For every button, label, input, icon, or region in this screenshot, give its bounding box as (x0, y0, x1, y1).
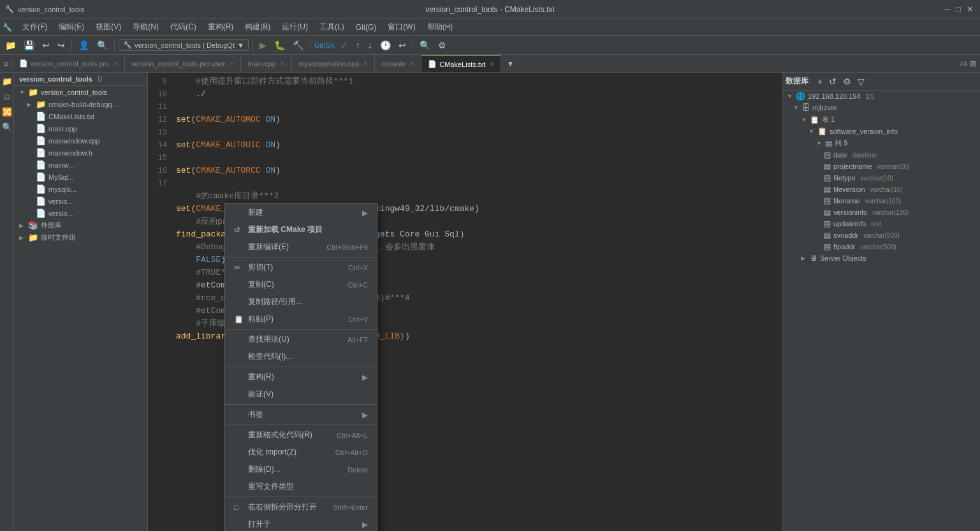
db-add-btn[interactable]: + (815, 75, 825, 88)
search-everywhere-btn[interactable]: 🔍 (417, 39, 433, 52)
ctx-refactor[interactable]: 重构(R) ▶ (225, 368, 377, 386)
tab-pro-close[interactable]: ✕ (113, 60, 118, 67)
toolbar-search-btn[interactable]: 🔍 (94, 39, 110, 52)
tree-cmake-build[interactable]: ▶ 📁 cmake-build-debugq... (14, 98, 147, 110)
ctx-bookmark[interactable]: 书签 ▶ (225, 406, 377, 423)
ctx-copy-path[interactable]: 复制路径/引用... (225, 293, 377, 310)
menu-help[interactable]: 帮助(H) (422, 20, 458, 34)
ctx-reload-cmake[interactable]: ↺重新加载 CMake 项目 (225, 221, 377, 238)
db-properties-btn[interactable]: ⚙ (840, 75, 854, 88)
menu-navigate[interactable]: 导航(N) (128, 20, 164, 34)
toolbar-open-btn[interactable]: 📁 (3, 39, 18, 52)
tab-cmake-close[interactable]: ✕ (489, 61, 494, 68)
tree-main[interactable]: ▶ 📄 main.cpp (14, 122, 147, 135)
db-server[interactable]: ▼ 🌐 192.168.120.194 1/5 (783, 91, 980, 102)
db-col-svnaddr[interactable]: ▤ svnaddr varchar(500) (783, 229, 980, 241)
tree-version1[interactable]: ▶ 📄 versio... (14, 195, 147, 207)
tab-cmake[interactable]: 📄 CMakeLists.txt ✕ (421, 55, 501, 72)
tab-console[interactable]: console ✕ (375, 55, 421, 72)
ctx-inspect[interactable]: 检查代码(I)... (225, 348, 377, 365)
git-undo-btn[interactable]: ↩ (396, 39, 409, 52)
tree-mysqlo[interactable]: ▶ 📄 mysqlo... (14, 183, 147, 195)
git-check-btn[interactable]: ✓ (338, 39, 351, 52)
toolbar-redo-btn[interactable]: ↪ (55, 39, 68, 52)
build-btn[interactable]: 🔨 (290, 39, 306, 52)
menu-refactor[interactable]: 重构(R) (203, 20, 239, 34)
ctx-delete[interactable]: 删除(D)... Delete (225, 461, 377, 478)
tree-mysql[interactable]: ▶ 📄 MySql... (14, 171, 147, 183)
db-col-date[interactable]: ▤ date datetime (783, 149, 980, 161)
tree-temp[interactable]: ▶ 📁 临时文件组 (14, 231, 147, 244)
settings-btn[interactable]: ⚙ (435, 39, 449, 52)
menu-view[interactable]: 视图(V) (91, 20, 126, 34)
tree-cmakefile[interactable]: ▶ 📄 CMakeLists.txt (14, 110, 147, 122)
menu-tools[interactable]: 工具(L) (314, 20, 349, 34)
ctx-open-with[interactable]: 打开于 ▶ (225, 516, 377, 531)
ctx-new[interactable]: 新建 ▶ (225, 204, 377, 221)
ctx-split-open[interactable]: □在右侧拆分部分打开 Shift+Enter (225, 498, 377, 516)
ctx-cut[interactable]: ✂剪切(T) Ctrl+X (225, 259, 377, 276)
db-col-filetype[interactable]: ▤ filetype varchar(10) (783, 172, 980, 184)
vcs-icon[interactable]: 🔀 (1, 106, 13, 117)
ctx-copy[interactable]: 复制(C) Ctrl+C (225, 276, 377, 293)
tab-main-cpp-close[interactable]: ✕ (280, 60, 285, 67)
tree-external[interactable]: ▶ 📚 外部库 (14, 219, 147, 231)
menu-code[interactable]: 代码(C) (165, 20, 201, 34)
run-btn[interactable]: ▶ (257, 39, 269, 52)
db-col-fileversion[interactable]: ▤ fileversion varchar(10) (783, 184, 980, 195)
toolbar-undo-btn[interactable]: ↩ (40, 39, 52, 52)
menu-edit[interactable]: 编辑(E) (54, 20, 89, 34)
tree-mainw[interactable]: ▶ 📄 mainw... (14, 159, 147, 171)
ctx-validate[interactable]: 验证(V) (225, 386, 377, 403)
ctx-paste[interactable]: 📋粘贴(P) Ctrl+V (225, 310, 377, 328)
tree-version2[interactable]: ▶ 📄 versio... (14, 207, 147, 219)
tree-mainwindow-h[interactable]: ▶ 📄 mainwindow.h (14, 147, 147, 159)
tab-pro-user[interactable]: version_control_tools.pro.user ✕ (125, 55, 241, 72)
ctx-reformat[interactable]: 重新格式化代码(R) Ctrl+Alt+L (225, 426, 377, 444)
toolbar-save-btn[interactable]: 💾 (21, 39, 37, 52)
tab-mysql-cpp[interactable]: mysqloperation.cpp ✕ (292, 55, 375, 72)
tab-mysql-cpp-close[interactable]: ✕ (363, 60, 368, 67)
menu-build[interactable]: 构建(B) (240, 20, 275, 34)
tree-mainwindow-cpp[interactable]: ▶ 📄 mainwindow.cpp (14, 135, 147, 147)
db-col-projectname[interactable]: ▤ projectname varchar(20) (783, 161, 980, 172)
menu-git[interactable]: Git(G) (351, 22, 382, 33)
tab-console-close[interactable]: ✕ (409, 60, 414, 67)
db-col-filename[interactable]: ▤ filename varchar(100) (783, 195, 980, 207)
db-filter-btn[interactable]: ▽ (855, 75, 867, 88)
tab-pro-user-close[interactable]: ✕ (229, 60, 234, 67)
git-pull-btn[interactable]: ↓ (365, 39, 375, 52)
maximize-btn[interactable]: □ (953, 4, 963, 15)
minimize-btn[interactable]: ─ (942, 4, 952, 15)
menu-run[interactable]: 运行(U) (277, 20, 313, 34)
structure-icon[interactable]: 🗂 (1, 91, 13, 102)
ctx-override-filetype[interactable]: 重写文件类型 (225, 478, 377, 495)
db-refresh-btn[interactable]: ↺ (826, 75, 839, 88)
db-col-ftpaddr[interactable]: ▤ ftpaddr varchar(500) (783, 241, 980, 252)
db-software-version[interactable]: ▼ 📋 software_version_info (783, 126, 980, 137)
db-col-updateinfo[interactable]: ▤ updateinfo text (783, 218, 980, 229)
debug-btn[interactable]: 🐛 (272, 39, 288, 52)
ctx-find-usage[interactable]: 查找用法(U) Alt+F7 (225, 331, 377, 348)
ctx-optimize-import[interactable]: 优化 import(Z) Ctrl+Alt+O (225, 444, 377, 461)
db-server-objects[interactable]: ▶ 🖥 Server Objects (783, 252, 980, 264)
menu-file[interactable]: 文件(F) (17, 20, 52, 34)
menu-window[interactable]: 窗口(W) (383, 20, 420, 34)
db-table-group[interactable]: ▼ 📋 表 1 (783, 113, 980, 126)
more-tabs-btn[interactable]: ▼ (504, 59, 516, 68)
close-btn[interactable]: ✕ (965, 4, 975, 15)
git-history-btn[interactable]: 🕐 (377, 39, 393, 52)
ctx-recompile[interactable]: 重新编译(E) Ctrl+Shift+F9 (225, 238, 377, 256)
git-push-btn[interactable]: ↑ (353, 39, 363, 52)
db-mjbzver[interactable]: ▼ 🗄 mjbzver (783, 102, 980, 113)
project-dropdown[interactable]: 🔧 version_control_tools | DebugQt ▼ (119, 39, 249, 51)
db-col-versioninfo[interactable]: ▤ versioninfo varchar(100) (783, 207, 980, 218)
tab-split-btn[interactable]: ⊞ (970, 59, 976, 68)
sidebar-toggle[interactable]: ≡ (0, 59, 13, 68)
project-view-icon[interactable]: 📁 (1, 75, 13, 87)
tab-pro[interactable]: 📄 version_control_tools.pro ✕ (13, 55, 125, 72)
tree-root[interactable]: ▼ 📁 version_control_tools (14, 86, 147, 98)
db-col-group[interactable]: ▼ ▤ 列 9 (783, 137, 980, 149)
tab-main-cpp[interactable]: main.cpp ✕ (241, 55, 292, 72)
find-icon[interactable]: 🔍 (1, 121, 13, 133)
